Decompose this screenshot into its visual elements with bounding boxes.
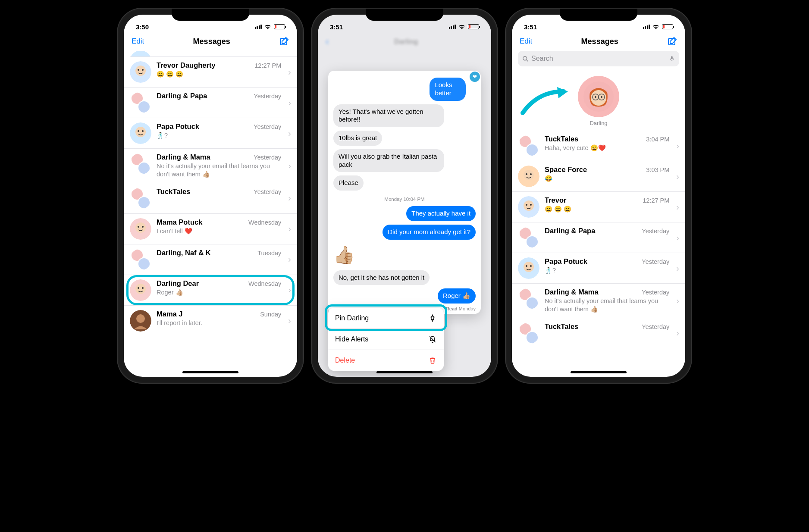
home-indicator[interactable] bbox=[376, 371, 433, 373]
message-sent: Roger 👍🏼 bbox=[438, 288, 476, 304]
avatar-group bbox=[130, 249, 151, 270]
svg-point-4 bbox=[142, 69, 144, 71]
search-icon bbox=[522, 56, 529, 62]
row-content: Trevor 12:27 PM 😆 😆 😆 bbox=[545, 196, 669, 213]
svg-point-2 bbox=[135, 66, 146, 76]
message-received: Please bbox=[333, 175, 364, 191]
contact-name: TuckTales bbox=[545, 322, 578, 331]
message-timestamp: Monday 10:04 PM bbox=[333, 197, 476, 202]
chevron-right-icon: › bbox=[676, 141, 679, 151]
message-preview: 😆 😆 😆 bbox=[545, 205, 669, 213]
signal-icon bbox=[449, 25, 456, 29]
conversation-row[interactable]: Darling, Naf & K Tuesday › bbox=[124, 244, 297, 275]
svg-point-20 bbox=[523, 56, 527, 60]
message-time: 12:27 PM bbox=[643, 197, 669, 204]
message-received: Will you also grab the Italian pasta pac… bbox=[333, 149, 444, 172]
message-time: Yesterday bbox=[254, 188, 281, 195]
conversation-row[interactable]: TuckTales 3:04 PM Haha, very cute 😄❤️ › bbox=[512, 131, 685, 161]
message-time: Yesterday bbox=[642, 289, 669, 296]
chevron-right-icon: › bbox=[676, 202, 679, 212]
wifi-icon bbox=[652, 24, 659, 29]
message-time: Yesterday bbox=[642, 228, 669, 235]
conversation-row[interactable]: Mama J Sunday I'll report in later. › bbox=[124, 306, 297, 336]
avatar bbox=[518, 196, 539, 218]
contact-name-blurred: Darling bbox=[394, 38, 418, 46]
conversation-row[interactable]: Trevor Daugherty 12:27 PM 😆 😆 😆 › bbox=[124, 57, 297, 88]
trash-icon bbox=[428, 356, 437, 365]
svg-point-10 bbox=[135, 222, 146, 233]
bell-slash-icon bbox=[428, 335, 437, 344]
contact-name: Darling Dear bbox=[157, 279, 199, 288]
contact-name: Space Force bbox=[545, 166, 587, 174]
avatar-group bbox=[518, 288, 539, 310]
svg-point-29 bbox=[524, 170, 534, 180]
svg-point-18 bbox=[136, 314, 145, 323]
pinned-area: Darling bbox=[512, 72, 685, 131]
wifi-icon bbox=[264, 24, 271, 29]
contact-name: Darling & Papa bbox=[545, 227, 595, 235]
svg-point-26 bbox=[595, 96, 596, 98]
message-time: Yesterday bbox=[254, 93, 281, 100]
row-content: Darling & Mama Yesterday No it's actuall… bbox=[545, 288, 669, 313]
avatar-group bbox=[518, 227, 539, 248]
svg-point-12 bbox=[142, 226, 144, 228]
row-content: Trevor Daugherty 12:27 PM 😆 😆 😆 bbox=[157, 61, 281, 78]
battery-low-icon bbox=[468, 24, 479, 29]
contact-name: Trevor bbox=[545, 196, 566, 204]
status-right bbox=[449, 24, 480, 29]
menu-pin[interactable]: Pin Darling bbox=[328, 308, 444, 329]
conversation-row[interactable]: TuckTales Yesterday › bbox=[512, 318, 685, 348]
home-indicator[interactable] bbox=[182, 371, 238, 373]
contact-name: Darling & Mama bbox=[545, 288, 599, 296]
conversation-row[interactable]: TuckTales Yesterday › bbox=[124, 183, 297, 214]
svg-point-38 bbox=[526, 265, 527, 267]
edit-button[interactable]: Edit bbox=[132, 37, 144, 46]
chevron-right-icon: › bbox=[288, 193, 291, 203]
notch bbox=[560, 9, 637, 21]
search-placeholder: Search bbox=[531, 55, 553, 63]
conversation-row[interactable]: Darling Dear Wednesday Roger 👍🏼 › bbox=[124, 275, 297, 306]
compose-icon[interactable] bbox=[279, 36, 289, 47]
conversation-row[interactable]: Darling & Mama Yesterday No it's actuall… bbox=[124, 149, 297, 183]
compose-icon[interactable] bbox=[667, 36, 677, 47]
mic-icon[interactable] bbox=[669, 55, 675, 63]
chevron-right-icon: › bbox=[676, 296, 679, 306]
conversation-preview-card[interactable]: Looks better ❤ Yes! That's what we've go… bbox=[328, 71, 481, 314]
pin-icon bbox=[428, 314, 437, 322]
search-input[interactable]: Search bbox=[518, 51, 679, 66]
conversation-row[interactable]: Darling & Papa Yesterday › bbox=[124, 88, 297, 118]
contact-name: Darling, Naf & K bbox=[157, 249, 211, 257]
conversation-row[interactable]: Papa Potuck Yesterday 🕺🏻? › bbox=[124, 118, 297, 149]
conversation-row[interactable]: Darling & Mama Yesterday No it's actuall… bbox=[512, 284, 685, 318]
svg-point-39 bbox=[530, 265, 532, 267]
row-content: TuckTales 3:04 PM Haha, very cute 😄❤️ bbox=[545, 135, 669, 152]
screen-2: 3:51 ‹ Darling Looks better ❤ Yes! That'… bbox=[318, 15, 491, 377]
conversation-list[interactable]: TuckTales 3:04 PM Haha, very cute 😄❤️ › … bbox=[512, 131, 685, 377]
message-sent: Did your mom already get it? bbox=[383, 225, 476, 240]
pinned-avatar bbox=[578, 76, 619, 117]
status-time: 3:51 bbox=[330, 23, 343, 31]
message-preview: 🕺🏻? bbox=[157, 131, 281, 140]
conversation-row[interactable]: Papa Potuck Yesterday 🕺🏻? › bbox=[512, 253, 685, 284]
menu-delete-label: Delete bbox=[335, 357, 355, 364]
chevron-right-icon: › bbox=[288, 98, 291, 108]
avatar bbox=[130, 218, 151, 240]
conversation-row[interactable]: Trevor 12:27 PM 😆 😆 😆 › bbox=[512, 192, 685, 222]
avatar bbox=[130, 122, 151, 144]
menu-hide-alerts[interactable]: Hide Alerts bbox=[328, 329, 444, 350]
message-preview: 😆 😆 😆 bbox=[157, 70, 281, 78]
home-indicator[interactable] bbox=[571, 371, 627, 373]
svg-point-14 bbox=[135, 284, 146, 294]
conversation-row[interactable]: Space Force 3:03 PM 😂 › bbox=[512, 161, 685, 192]
conversation-row[interactable]: Darling & Papa Yesterday › bbox=[512, 222, 685, 253]
conversation-row[interactable]: Mama Potuck Wednesday I can't tell ❤️ › bbox=[124, 214, 297, 244]
tapback-heart-icon: ❤ bbox=[470, 72, 480, 82]
edit-button[interactable]: Edit bbox=[520, 37, 532, 46]
pinned-contact[interactable]: Darling bbox=[578, 76, 619, 126]
status-time: 3:51 bbox=[524, 23, 537, 31]
svg-point-31 bbox=[530, 173, 532, 175]
menu-delete[interactable]: Delete bbox=[328, 350, 444, 371]
conversation-list[interactable]: Trevor Daugherty 12:27 PM 😆 😆 😆 › Darlin… bbox=[124, 51, 297, 377]
message-received: 10lbs is great bbox=[333, 131, 382, 146]
message-time: Tuesday bbox=[257, 250, 281, 257]
